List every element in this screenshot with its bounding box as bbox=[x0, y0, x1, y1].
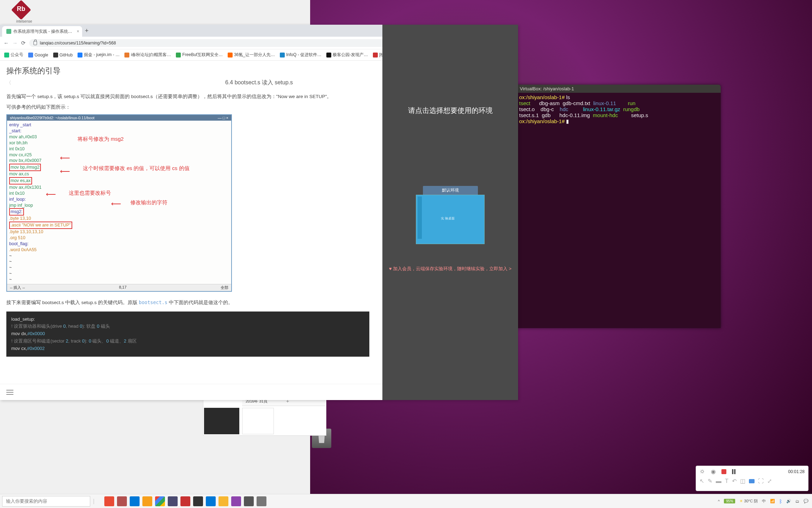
bookmark-item[interactable]: 36氪_让一部分人先… bbox=[228, 52, 275, 58]
rubymine-label: intelsense bbox=[16, 19, 32, 23]
reload-button[interactable]: ⟳ bbox=[21, 40, 26, 46]
tab-title: 作系统原理与实践 - 操作系统… bbox=[13, 29, 72, 35]
rec-cursor-icon[interactable]: ↖ bbox=[700, 478, 704, 484]
folder-thumb-1[interactable] bbox=[204, 408, 239, 434]
env-heading: 请点击选择想要使用的环境 bbox=[408, 106, 493, 115]
rubymine-badge[interactable] bbox=[11, 0, 31, 20]
taskbar-app[interactable] bbox=[219, 496, 228, 506]
chrome-window: 作系统原理与实践 - 操作系统… × + — □ ✕ ← → ⟳ lanqiao… bbox=[0, 25, 518, 400]
annotation: 这里也需要改标号 bbox=[69, 189, 111, 196]
code-block: load_setup: ! 设置驱动器和磁头(drive 0, head 0):… bbox=[6, 312, 369, 357]
recorder-settings-icon[interactable]: ⛭ bbox=[700, 468, 705, 475]
bookmark-item[interactable]: 掘金 - juejin.im - … bbox=[78, 52, 119, 58]
prev-section-icon[interactable]: 〈 bbox=[6, 80, 11, 86]
env-thumbnail-label: 实 验桌面 bbox=[441, 216, 455, 221]
bookmark-item[interactable]: GitHub bbox=[53, 53, 73, 58]
taskbar-app[interactable] bbox=[155, 496, 165, 506]
bookmark-item[interactable]: Google bbox=[28, 53, 48, 58]
battery-icon[interactable]: 95% bbox=[724, 499, 735, 503]
recorder-screenshot-icon[interactable]: ◉ bbox=[711, 468, 716, 475]
taskbar-app[interactable] bbox=[193, 496, 203, 506]
bookmark-item[interactable]: InfoQ - 促进软件… bbox=[280, 52, 321, 58]
code-ss-body: entry _start _start: mov ah,#0x03 xor bh… bbox=[7, 121, 231, 284]
env-card-title: 默认环境 bbox=[423, 186, 478, 195]
close-tab-icon[interactable]: × bbox=[77, 29, 79, 34]
taskbar-app[interactable] bbox=[117, 496, 127, 506]
terminal-title: VirtualBox: /shiyan/oslab-1 bbox=[516, 85, 721, 93]
rec-region-button[interactable] bbox=[749, 479, 755, 483]
system-tray: ^ 95% ☀ 30°C 阴 中 📶 ᛒ 🔊 🗂 💬 bbox=[718, 498, 808, 504]
ubuntu-terminal[interactable]: VirtualBox: /shiyan/oslab-1 ox:/shiyan/o… bbox=[516, 85, 721, 328]
new-tab-button[interactable]: + bbox=[85, 27, 89, 35]
tab-favicon bbox=[6, 29, 11, 34]
browser-tab[interactable]: 作系统原理与实践 - 操作系统… × bbox=[2, 26, 82, 37]
arrow-icon: ⟵ bbox=[46, 189, 56, 199]
taskbar-app[interactable] bbox=[168, 496, 178, 506]
code-ss-winbtns: — □ × bbox=[218, 116, 228, 120]
bookmark-item[interactable]: 极客公园-发现产… bbox=[326, 52, 368, 58]
tray-battery-icon[interactable]: 🗂 bbox=[795, 499, 799, 503]
folder-thumb-2[interactable] bbox=[242, 408, 274, 434]
tray-bluetooth-icon[interactable]: ᛒ bbox=[779, 498, 782, 504]
join-member-link[interactable]: ♥ 加入会员，云端保存实验环境，随时继续实验，立即加入 > bbox=[389, 265, 512, 273]
bookmark-item[interactable]: i春秋论坛|白帽黑客… bbox=[124, 52, 171, 58]
explorer-peek[interactable]: 2016年 31頁 + bbox=[203, 397, 326, 436]
taskbar-app[interactable] bbox=[206, 496, 216, 506]
rec-undo-icon[interactable]: ↶ bbox=[732, 478, 737, 484]
recorder-stop-button[interactable] bbox=[721, 469, 726, 474]
env-thumbnail-sidebar bbox=[418, 196, 422, 239]
section-title: 6.4 bootsect.s 读入 setup.s bbox=[225, 79, 293, 86]
taskbar-app[interactable] bbox=[142, 496, 152, 506]
rec-erase-icon[interactable]: ◫ bbox=[740, 478, 745, 484]
code-screenshot: shiyanlou6be0229f7b9d2: ~/oslab/linux-0.… bbox=[6, 114, 232, 292]
tray-wifi-icon[interactable]: 📶 bbox=[770, 499, 775, 503]
rec-hl-icon[interactable]: ▬ bbox=[716, 478, 721, 484]
toc-icon[interactable] bbox=[6, 390, 13, 395]
rec-zoom-icon[interactable]: ⛶ bbox=[758, 478, 764, 484]
rec-pen-icon[interactable]: ✎ bbox=[708, 478, 712, 484]
back-button[interactable]: ← bbox=[4, 40, 9, 46]
taskbar-app[interactable] bbox=[257, 496, 266, 506]
tray-expand-icon[interactable]: ^ bbox=[718, 499, 720, 503]
env-card[interactable]: 实 验桌面 bbox=[416, 195, 485, 244]
taskbar-app[interactable] bbox=[130, 496, 140, 506]
recorder-pause-button[interactable] bbox=[732, 469, 736, 474]
bookmark-item[interactable]: 公众号 bbox=[4, 52, 23, 58]
weather-widget[interactable]: ☀ 30°C 阴 bbox=[739, 498, 758, 504]
bookmark-item[interactable]: FreeBuf互联网安全… bbox=[176, 52, 223, 58]
annotation: 这个时候需要修改 es 的值，可以使用 cs 的值 bbox=[83, 165, 224, 172]
screen-recorder-panel[interactable]: ⛭ ◉ 00:01:28 ↖ ✎ ▬ T ↶ ◫ ⛶ ⤢ bbox=[696, 466, 808, 491]
arrow-icon: ⟵ bbox=[60, 167, 70, 176]
tray-notifications-icon[interactable]: 💬 bbox=[804, 499, 808, 503]
recorder-time: 00:01:28 bbox=[788, 469, 805, 474]
taskbar-app[interactable] bbox=[180, 496, 190, 506]
tray-volume-icon[interactable]: 🔊 bbox=[786, 499, 791, 503]
lock-icon[interactable] bbox=[33, 41, 37, 45]
arrow-icon: ⟵ bbox=[111, 199, 121, 208]
windows-search-input[interactable] bbox=[2, 496, 90, 507]
environment-selector-overlay: 请点击选择想要使用的环境 默认环境 实 验桌面 ♥ 加入会员，云端保存实验环境，… bbox=[382, 25, 518, 400]
rec-text-icon[interactable]: T bbox=[725, 478, 728, 484]
arrow-icon: ⟵ bbox=[60, 153, 70, 163]
tray-language-icon[interactable]: 中 bbox=[762, 498, 766, 504]
taskbar-apps bbox=[104, 496, 266, 506]
annotation: 将标号修改为 msg2 bbox=[78, 135, 124, 143]
taskbar-app[interactable] bbox=[231, 496, 241, 506]
code-ss-title: shiyanlou6be0229f7b9d2: ~/oslab/linux-0.… bbox=[7, 115, 231, 121]
windows-taskbar: | ^ 95% ☀ 30°C 阴 中 📶 ᛒ 🔊 🗂 💬 bbox=[0, 494, 812, 508]
terminal-body[interactable]: ox:/shiyan/oslab-1# ls tsect dbg-asm gdb… bbox=[516, 93, 721, 126]
annotation: 修改输出的字符 bbox=[130, 199, 167, 206]
rec-full-icon[interactable]: ⤢ bbox=[767, 478, 772, 484]
forward-button[interactable]: → bbox=[12, 40, 18, 46]
vim-status-bar: -- 插入 -- 8,17 全部 bbox=[7, 284, 231, 291]
taskbar-app[interactable] bbox=[244, 496, 254, 506]
url-text: lanqiao.cn/courses/115/learning/?id=568 bbox=[40, 41, 116, 46]
taskbar-app[interactable] bbox=[104, 496, 114, 506]
